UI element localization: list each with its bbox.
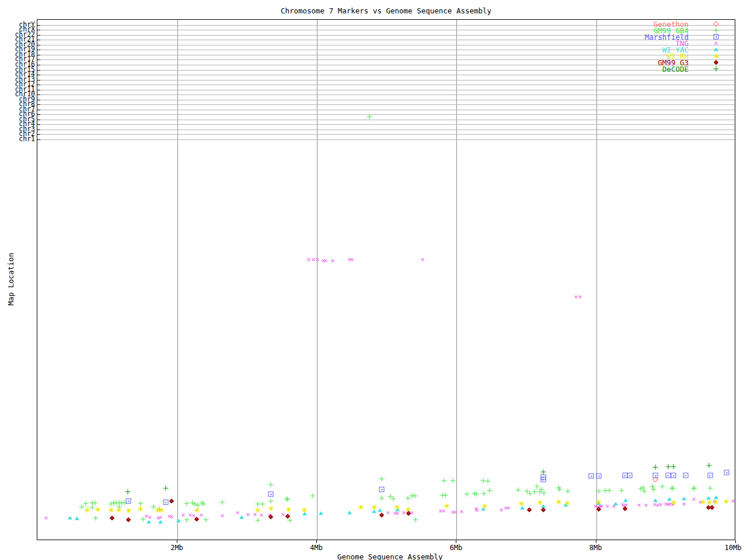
marker-wi-yac (653, 498, 658, 502)
marker-wi-yac (682, 496, 686, 500)
y-tick (37, 50, 40, 50)
marker-decode (665, 464, 671, 470)
marker-tng (315, 257, 320, 262)
marker-decode (671, 464, 676, 470)
y-tick-label: chr1 (0, 136, 35, 142)
marker-gm99-g3 (194, 517, 199, 522)
marker-tng (219, 513, 225, 519)
chart-title: Chromosome 7 Markers vs Genome Sequence … (37, 6, 735, 15)
marker-wi-rh (302, 508, 307, 513)
marker-marshfield (707, 473, 713, 478)
marker-decode (163, 486, 168, 491)
y-tick (37, 45, 40, 46)
marker-tng (259, 512, 264, 518)
marker-marshfield (126, 499, 131, 504)
x-tick (735, 540, 736, 543)
marker-gm99-gb4 (201, 502, 207, 507)
plus-icon (714, 28, 719, 33)
marker-marshfield (589, 474, 594, 479)
marker-gm99-gb4 (93, 516, 99, 521)
marker-wi-rh (724, 499, 729, 504)
chr-line (37, 110, 735, 110)
chr-line (37, 134, 735, 135)
plus-icon (714, 66, 719, 72)
chr-line (37, 124, 735, 125)
y-tick (37, 94, 40, 95)
marker-gm99-gb4 (596, 489, 602, 494)
marker-gm99-gb4 (260, 502, 265, 507)
marker-tng (169, 514, 174, 520)
marker-gm99-gb4 (285, 497, 290, 502)
legend-label: DeCODE (662, 66, 689, 72)
marker-gm99-gb4 (465, 492, 470, 497)
marker-gm99-gb4 (443, 493, 448, 498)
marker-wi-rh (194, 508, 200, 513)
y-tick (37, 30, 40, 30)
y-tick (37, 104, 40, 105)
marker-tng (605, 503, 610, 509)
chr-line (37, 75, 735, 75)
plot-area (37, 19, 735, 540)
x-gridline (317, 20, 317, 540)
y-tick (37, 110, 40, 110)
marker-gm99-gb4 (412, 494, 417, 499)
marker-gm99-gb4 (486, 479, 491, 484)
marker-tng (691, 496, 697, 502)
marker-wi-yac (623, 498, 628, 502)
square-open-icon (714, 34, 719, 40)
marker-gm99-g3 (169, 499, 174, 503)
x-tick-label: 10Mb (725, 544, 742, 552)
asterisk-icon (714, 54, 719, 59)
marker-wi-rh (444, 503, 449, 509)
marker-tng (245, 512, 251, 517)
chr-line (37, 94, 735, 95)
y-tick (37, 60, 40, 60)
marker-tng (681, 501, 687, 507)
marker-gm99-gb4 (473, 492, 479, 497)
marker-gm99-gb4 (268, 482, 274, 488)
chr-line (37, 104, 735, 105)
y-tick (37, 35, 40, 36)
x-tick-label: 8Mb (589, 544, 602, 552)
x-gridline (177, 20, 178, 540)
marker-gm99-gb4 (366, 114, 372, 120)
y-tick (37, 120, 40, 120)
legend-row: DeCODE (627, 66, 732, 72)
marker-decode (707, 463, 712, 468)
marker-wi-rh (372, 505, 377, 510)
y-tick (37, 114, 40, 115)
chr-line (37, 114, 735, 115)
y-tick (37, 90, 40, 90)
marker-gm99-gb4 (379, 477, 385, 482)
marker-gm99-gb4 (390, 496, 396, 502)
marker-gm99-gb4 (310, 494, 316, 499)
marker-wi-rh (596, 499, 601, 505)
chart-page: Chromosome 7 Markers vs Genome Sequence … (0, 0, 747, 560)
x-icon (713, 40, 719, 46)
chr-line (37, 130, 735, 130)
marker-gm99-gb4 (219, 500, 225, 505)
y-tick (37, 124, 40, 125)
marker-wi-yac (378, 508, 382, 512)
chr-line (37, 85, 735, 85)
y-axis-label: Map Location (6, 250, 15, 309)
y-tick (37, 130, 40, 130)
marker-gm99-gb4 (541, 491, 546, 496)
marker-marshfield (540, 477, 546, 482)
marker-tng (280, 512, 286, 517)
diamond-open-icon (713, 21, 719, 27)
marker-gm99-gb4 (204, 517, 209, 523)
chr-line (37, 80, 735, 80)
marker-gm99-gb4 (184, 517, 189, 523)
y-tick (37, 55, 40, 55)
marker-decode (653, 465, 658, 470)
marker-gm99-gb4 (651, 487, 656, 492)
marker-marshfield (653, 473, 658, 478)
marker-gm99-gb4 (268, 499, 274, 504)
y-tick (37, 139, 40, 140)
triangle-icon (714, 47, 718, 51)
marker-gm99-g3 (109, 516, 114, 520)
x-tick (456, 540, 456, 543)
marker-wi-yac (239, 515, 244, 519)
marker-wi-rh (159, 508, 164, 513)
